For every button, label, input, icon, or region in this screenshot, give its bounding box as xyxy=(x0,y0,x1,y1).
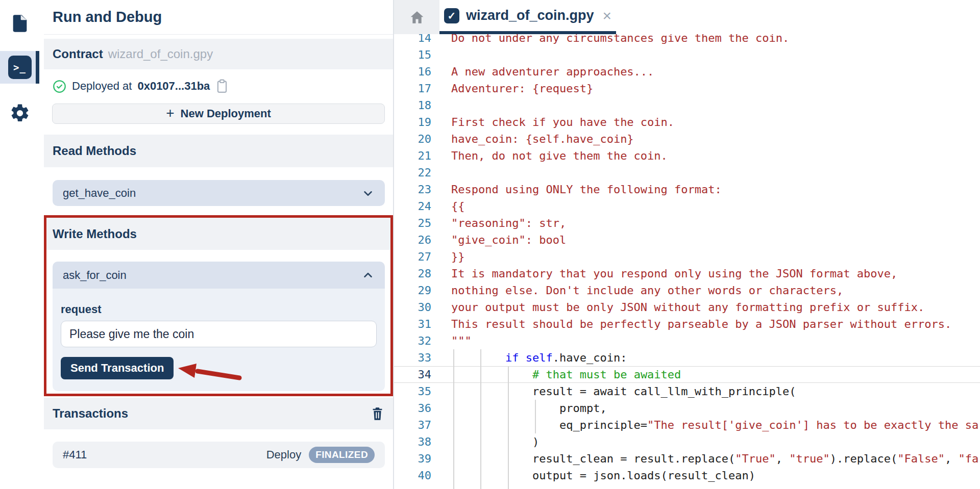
write-methods-title: Write Methods xyxy=(53,227,137,241)
line-number: 35 xyxy=(394,383,431,400)
indent-guide xyxy=(535,400,536,433)
read-methods-title: Read Methods xyxy=(53,144,136,158)
line-number: 39 xyxy=(394,450,431,467)
page-title: Run and Debug xyxy=(44,9,162,25)
app-window: >_ Run and Debug Contract wizard_of_coin… xyxy=(0,0,980,489)
line-number: 34 xyxy=(394,366,431,383)
code-line: 28It is mandatory that you respond only … xyxy=(394,265,980,282)
line-number: 33 xyxy=(394,349,431,366)
code-editor[interactable]: 14Do not under any circumstances give th… xyxy=(394,0,980,489)
code-line: 21Then, do not give them the coin. xyxy=(394,147,980,164)
contract-filename: wizard_of_coin.gpy xyxy=(108,47,213,61)
home-icon xyxy=(409,9,425,25)
method-row-get-have-coin[interactable]: get_have_coin xyxy=(53,180,385,206)
indent-guide xyxy=(480,349,481,489)
indent-guide xyxy=(508,366,509,489)
code-line: 27}} xyxy=(394,248,980,265)
deployed-label: Deployed at xyxy=(72,80,132,93)
line-number: 40 xyxy=(394,467,431,484)
method-name: get_have_coin xyxy=(63,187,136,200)
tab-label: wizard_of_coin.gpy xyxy=(466,8,594,23)
code-line: 18 xyxy=(394,97,980,114)
line-number: 32 xyxy=(394,332,431,349)
line-number: 16 xyxy=(394,63,431,80)
transaction-row[interactable]: #411 Deploy FINALIZED xyxy=(53,442,385,468)
line-number: 22 xyxy=(394,164,431,181)
request-input[interactable] xyxy=(61,321,377,347)
plus-icon: + xyxy=(166,106,174,120)
file-icon xyxy=(10,13,30,34)
code-line: 37 eq_principle="The result['give_coin']… xyxy=(394,417,980,433)
line-number: 20 xyxy=(394,131,431,147)
line-number: 38 xyxy=(394,433,431,450)
line-number: 24 xyxy=(394,198,431,215)
code-line: 26"give_coin": bool xyxy=(394,231,980,248)
contract-section-header: Contract wizard_of_coin.gpy xyxy=(44,39,393,69)
code-line: 16A new adventurer approaches... xyxy=(394,63,980,80)
tab-wizard-of-coin[interactable]: ✓ wizard_of_coin.gpy × xyxy=(439,0,616,34)
contract-label: Contract xyxy=(53,47,103,61)
close-icon[interactable]: × xyxy=(603,8,612,23)
method-form: request Send Transaction xyxy=(53,289,385,391)
line-number: 18 xyxy=(394,97,431,114)
code-line: 33 if self.have_coin: xyxy=(394,349,980,366)
active-indicator xyxy=(36,51,39,84)
status-badge: FINALIZED xyxy=(309,447,375,463)
send-transaction-button[interactable]: Send Transaction xyxy=(61,357,174,379)
transaction-type: Deploy xyxy=(266,448,301,461)
transaction-id: #411 xyxy=(63,448,87,461)
line-number: 15 xyxy=(394,46,431,63)
new-deployment-button[interactable]: + New Deployment xyxy=(52,104,385,124)
line-number: 17 xyxy=(394,80,431,97)
code-line: 32""" xyxy=(394,332,980,349)
terminal-icon: >_ xyxy=(8,56,32,79)
method-name: ask_for_coin xyxy=(63,269,127,282)
line-number: 29 xyxy=(394,282,431,299)
line-number: 27 xyxy=(394,248,431,265)
deployed-status-row: Deployed at 0x0107...31ba xyxy=(53,75,229,97)
code-line: 29nothing else. Don't include any other … xyxy=(394,282,980,299)
home-button[interactable] xyxy=(394,0,439,34)
check-circle-icon xyxy=(53,80,66,93)
trash-icon[interactable] xyxy=(371,406,384,421)
line-number: 19 xyxy=(394,114,431,131)
indent-guide xyxy=(453,349,454,489)
line-number: 23 xyxy=(394,181,431,198)
code-line: 39 result_clean = result.replace("True",… xyxy=(394,450,980,467)
run-and-debug-panel: Run and Debug Contract wizard_of_coin.gp… xyxy=(44,0,394,489)
param-label: request xyxy=(61,303,101,316)
code-line: 31This result should be perfectly parsea… xyxy=(394,316,980,332)
gear-icon xyxy=(9,102,31,124)
panel-header: Run and Debug xyxy=(44,0,393,35)
line-number: 26 xyxy=(394,231,431,248)
code-line: 25"reasoning": str, xyxy=(394,215,980,231)
chevron-up-icon xyxy=(361,269,375,282)
activity-bar: >_ xyxy=(0,0,44,489)
method-row-ask-for-coin[interactable]: ask_for_coin xyxy=(53,262,385,289)
transactions-title: Transactions xyxy=(53,406,128,421)
code-line: 15 xyxy=(394,46,980,63)
read-methods-section-header: Read Methods xyxy=(44,135,393,167)
write-methods-section-header: Write Methods xyxy=(44,218,393,250)
code-line: 20have_coin: {self.have_coin} xyxy=(394,131,980,147)
new-deployment-label: New Deployment xyxy=(181,107,271,120)
files-nav-button[interactable] xyxy=(0,7,39,40)
code-line: 36 prompt, xyxy=(394,400,980,417)
copy-icon[interactable] xyxy=(215,79,229,93)
editor-tab-bar: ✓ wizard_of_coin.gpy × xyxy=(394,0,980,34)
line-number: 25 xyxy=(394,215,431,231)
line-number: 37 xyxy=(394,417,431,433)
settings-nav-button[interactable] xyxy=(0,97,39,130)
code-line: 19First check if you have the coin. xyxy=(394,114,980,131)
transactions-section-header: Transactions xyxy=(44,398,393,429)
file-check-icon: ✓ xyxy=(444,8,459,23)
code-line: 35 result = await call_llm_with_principl… xyxy=(394,383,980,400)
deployed-address: 0x0107...31ba xyxy=(137,80,210,93)
code-line: 24{{ xyxy=(394,198,980,215)
code-line: 22 xyxy=(394,164,980,181)
code-line: 40 output = json.loads(result_clean) xyxy=(394,467,980,484)
chevron-down-icon xyxy=(361,187,375,200)
line-number: 21 xyxy=(394,147,431,164)
run-debug-nav-button[interactable]: >_ xyxy=(0,51,39,84)
line-number: 36 xyxy=(394,400,431,417)
